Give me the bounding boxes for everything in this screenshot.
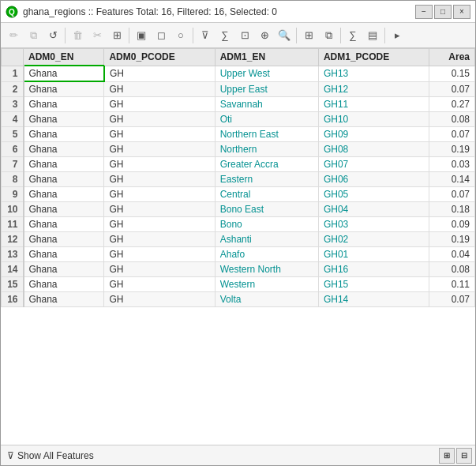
adm1-pcode-header[interactable]: ADM1_PCODE xyxy=(318,49,429,66)
table-row[interactable]: 10GhanaGHBono EastGH040.18 xyxy=(2,202,475,217)
adm1-pcode-cell: GH03 xyxy=(318,217,429,232)
adm1-en-cell: Bono East xyxy=(215,202,318,217)
area-cell: 0.14 xyxy=(429,172,475,187)
sep6 xyxy=(384,28,385,43)
adm1-en-cell: Volta xyxy=(215,292,318,307)
adm0-en-cell: Ghana xyxy=(24,262,104,277)
row-number: 11 xyxy=(2,217,24,232)
sep1 xyxy=(65,28,66,43)
table-row[interactable]: 5GhanaGHNorthern EastGH090.07 xyxy=(2,127,475,142)
adm0-en-cell: Ghana xyxy=(24,187,104,202)
adm0-en-cell: Ghana xyxy=(24,217,104,232)
area-cell: 0.19 xyxy=(429,142,475,157)
svg-text:Q: Q xyxy=(9,8,15,17)
select-by-form-button[interactable]: ⊡ xyxy=(235,26,254,45)
table-row[interactable]: 16GhanaGHVoltaGH140.07 xyxy=(2,292,475,307)
cut-button[interactable]: ✂ xyxy=(88,26,107,45)
adm0-pcode-cell: GH xyxy=(104,202,215,217)
adm0-en-cell: Ghana xyxy=(24,97,104,112)
table-row[interactable]: 1GhanaGHUpper WestGH130.15 xyxy=(2,66,475,81)
adm0-pcode-cell: GH xyxy=(104,81,215,97)
copy-button[interactable]: ⧉ xyxy=(24,26,43,45)
adm1-en-header[interactable]: ADM1_EN xyxy=(215,49,318,66)
conditional-format-button[interactable]: ▤ xyxy=(363,26,382,45)
search-button[interactable]: 🔍 xyxy=(275,26,294,45)
table-row[interactable]: 9GhanaGHCentralGH050.07 xyxy=(2,187,475,202)
adm0-en-cell: Ghana xyxy=(24,202,104,217)
adm1-en-cell: Northern East xyxy=(215,127,318,142)
delete-button[interactable]: 🗑 xyxy=(68,26,87,45)
filter-icon: ⊽ xyxy=(7,450,14,461)
table-row[interactable]: 4GhanaGHOtiGH100.08 xyxy=(2,112,475,127)
adm1-pcode-cell: GH01 xyxy=(318,247,429,262)
adm1-pcode-cell: GH12 xyxy=(318,81,429,97)
dock-button[interactable]: ⊞ xyxy=(439,448,455,464)
refresh-button[interactable]: ↺ xyxy=(43,26,62,45)
adm0-pcode-cell: GH xyxy=(104,172,215,187)
maximize-button[interactable]: □ xyxy=(434,5,452,19)
table-row[interactable]: 8GhanaGHEasternGH060.14 xyxy=(2,172,475,187)
more-button[interactable]: ▸ xyxy=(388,26,407,45)
adm1-pcode-cell: GH15 xyxy=(318,277,429,292)
table-row[interactable]: 15GhanaGHWesternGH150.11 xyxy=(2,277,475,292)
window-controls: − □ × xyxy=(415,5,470,19)
adm1-en-cell: Upper West xyxy=(215,66,318,81)
adm0-pcode-cell: GH xyxy=(104,66,215,81)
undock-button[interactable]: ⊟ xyxy=(456,448,472,464)
adm1-pcode-cell: GH06 xyxy=(318,172,429,187)
adm1-pcode-cell: GH02 xyxy=(318,232,429,247)
app-icon: Q xyxy=(6,6,18,18)
select-by-expression-button[interactable]: ∑ xyxy=(216,26,234,45)
adm0-pcode-cell: GH xyxy=(104,157,215,172)
row-number: 6 xyxy=(2,142,24,157)
table-row[interactable]: 11GhanaGHBonoGH030.09 xyxy=(2,217,475,232)
adm0-en-cell: Ghana xyxy=(24,142,104,157)
close-button[interactable]: × xyxy=(453,5,470,19)
filter-button[interactable]: ⊽ xyxy=(196,26,215,45)
attribute-table[interactable]: ADM0_EN ADM0_PCODE ADM1_EN ADM1_PCODE Ar… xyxy=(1,48,475,445)
area-cell: 0.18 xyxy=(429,202,475,217)
row-number: 12 xyxy=(2,232,24,247)
row-number: 5 xyxy=(2,127,24,142)
row-number: 9 xyxy=(2,187,24,202)
row-number: 13 xyxy=(2,247,24,262)
adm0-pcode-header[interactable]: ADM0_PCODE xyxy=(104,49,215,66)
zoom-to-selection-button[interactable]: ⊕ xyxy=(255,26,274,45)
table-row[interactable]: 14GhanaGHWestern NorthGH160.08 xyxy=(2,262,475,277)
new-feature-button[interactable]: ⊞ xyxy=(299,26,318,45)
invert-selection-button[interactable]: ◻ xyxy=(152,26,171,45)
adm1-en-cell: Savannah xyxy=(215,97,318,112)
adm0-en-cell: Ghana xyxy=(24,127,104,142)
sep4 xyxy=(296,28,297,43)
copy-feature-button[interactable]: ⧉ xyxy=(319,26,338,45)
minimize-button[interactable]: − xyxy=(415,5,433,19)
row-number: 8 xyxy=(2,172,24,187)
table-row[interactable]: 7GhanaGHGreater AccraGH070.03 xyxy=(2,157,475,172)
area-cell: 0.04 xyxy=(429,247,475,262)
table-header-row: ADM0_EN ADM0_PCODE ADM1_EN ADM1_PCODE Ar… xyxy=(2,49,475,66)
table-row[interactable]: 6GhanaGHNorthernGH080.19 xyxy=(2,142,475,157)
adm0-en-cell: Ghana xyxy=(24,232,104,247)
new-column-button[interactable]: ⊞ xyxy=(107,26,126,45)
adm1-pcode-cell: GH05 xyxy=(318,187,429,202)
adm1-pcode-cell: GH11 xyxy=(318,97,429,112)
table-row[interactable]: 12GhanaGHAshantiGH020.19 xyxy=(2,232,475,247)
deselect-button[interactable]: ○ xyxy=(171,26,190,45)
adm0-en-cell: Ghana xyxy=(24,66,104,81)
field-calculator-button[interactable]: ∑ xyxy=(343,26,362,45)
table-row[interactable]: 3GhanaGHSavannahGH110.27 xyxy=(2,97,475,112)
area-header[interactable]: Area xyxy=(429,49,475,66)
adm1-en-cell: Central xyxy=(215,187,318,202)
row-number: 3 xyxy=(2,97,24,112)
adm1-en-cell: Northern xyxy=(215,142,318,157)
area-cell: 0.11 xyxy=(429,277,475,292)
adm1-pcode-cell: GH16 xyxy=(318,262,429,277)
adm0-en-cell: Ghana xyxy=(24,277,104,292)
table-row[interactable]: 2GhanaGHUpper EastGH120.07 xyxy=(2,81,475,97)
pencil-button[interactable]: ✏ xyxy=(4,26,23,45)
select-all-button[interactable]: ▣ xyxy=(132,26,151,45)
table-row[interactable]: 13GhanaGHAhafoGH010.04 xyxy=(2,247,475,262)
row-number-header xyxy=(2,49,24,66)
adm0-en-header[interactable]: ADM0_EN xyxy=(24,49,104,66)
show-all-features-button[interactable]: ⊽ Show All Features xyxy=(4,449,97,463)
